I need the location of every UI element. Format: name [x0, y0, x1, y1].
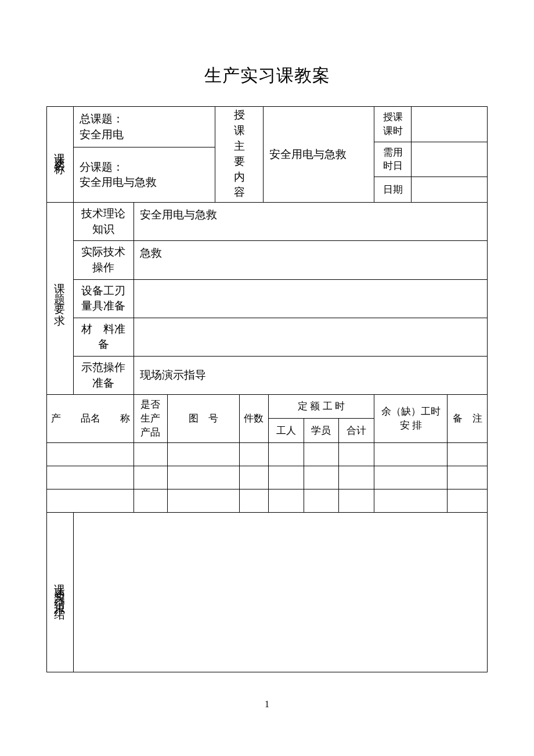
days-needed-value	[412, 142, 488, 177]
header-product-name: 产 品名 称	[47, 395, 134, 442]
label-material-prep: 材 料准 备	[73, 318, 134, 356]
table-row	[47, 489, 488, 512]
main-topic-value: 安全用电	[80, 127, 210, 143]
class-hours-value	[412, 107, 488, 142]
date-value	[412, 177, 488, 203]
cell-sub-topic: 分课题： 安全用电与急救	[73, 147, 215, 203]
label-date: 日期	[374, 177, 412, 203]
theory-knowledge-value: 安全用电与急救	[134, 203, 488, 241]
header-remark: 备 注	[448, 395, 488, 442]
material-prep-value	[134, 318, 488, 356]
sub-topic-label: 分课题：	[80, 160, 210, 175]
header-surplus-arrange: 余（缺）工时 安 排	[374, 395, 448, 442]
practical-operation-value: 急救	[134, 241, 488, 279]
main-topic-label: 总课题：	[80, 111, 210, 127]
equipment-prep-value	[134, 279, 488, 318]
label-equipment-prep: 设备工刃量具准备	[73, 279, 134, 318]
label-teaching-content: 授 课 主 要 内 容	[215, 107, 264, 203]
table-row	[47, 466, 488, 489]
header-worker: 工人	[268, 419, 304, 442]
cell-main-topic: 总课题： 安全用电	[73, 107, 215, 147]
teaching-content-value: 安全用电与急救	[263, 107, 374, 203]
label-topic-name: 课题名称	[47, 107, 74, 203]
label-summary: 课题实习结束小结	[47, 512, 74, 672]
header-trainee: 学员	[304, 419, 339, 442]
label-topic-requirements: 课题要求	[47, 203, 74, 395]
header-total: 合计	[339, 419, 374, 442]
header-quota-hours: 定 额 工 时	[268, 395, 374, 419]
table-row	[47, 442, 488, 466]
label-class-hours: 授课课时	[374, 107, 412, 142]
page-title: 生产实习课教案	[46, 64, 488, 88]
header-is-production-product: 是否生产产品	[134, 395, 168, 442]
lesson-plan-table: 课题名称 总课题： 安全用电 授 课 主 要 内 容 安全用电与急救 授课课时 …	[46, 106, 488, 672]
label-practical-operation: 实际技术操作	[73, 241, 134, 279]
page-number: 1	[0, 699, 534, 710]
sub-topic-value: 安全用电与急救	[80, 175, 210, 190]
label-days-needed: 需用时日	[374, 142, 412, 177]
label-demo-prep: 示范操作准备	[73, 356, 134, 394]
header-quantity: 件数	[239, 395, 268, 442]
header-drawing-number: 图 号	[167, 395, 239, 442]
summary-content	[73, 512, 487, 672]
label-theory-knowledge: 技术理论知识	[73, 203, 134, 241]
demo-prep-value: 现场演示指导	[134, 356, 488, 394]
